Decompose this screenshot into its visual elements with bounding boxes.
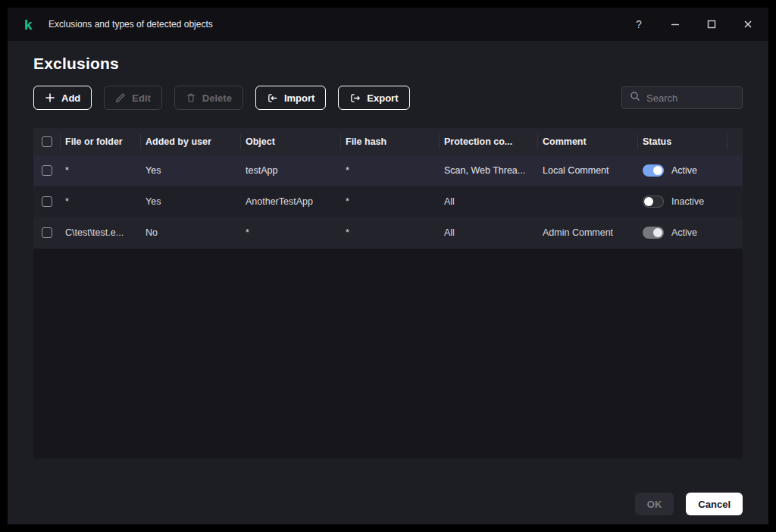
col-file-hash[interactable]: File hash <box>341 134 440 149</box>
cancel-button[interactable]: Cancel <box>686 493 743 515</box>
kaspersky-logo-icon: k <box>24 17 38 32</box>
status-label: Active <box>671 165 697 176</box>
cell-file-hash: * <box>341 165 440 176</box>
col-object[interactable]: Object <box>241 134 341 149</box>
cell-object: testApp <box>241 165 341 176</box>
cell-file-or-folder: * <box>61 165 141 176</box>
search-input[interactable] <box>646 92 734 104</box>
row-checkbox[interactable] <box>42 227 52 238</box>
exclusions-table: File or folder Added by user Object File… <box>33 128 743 458</box>
maximize-icon[interactable] <box>702 14 721 34</box>
col-protection[interactable]: Protection co... <box>440 134 538 149</box>
cell-protection: All <box>440 227 538 238</box>
table-row[interactable]: * Yes testApp * Scan, Web Threa... Local… <box>33 155 743 186</box>
minimize-icon[interactable] <box>665 14 685 34</box>
cell-protection: All <box>440 196 538 207</box>
cell-status: Active <box>638 164 728 177</box>
ok-button[interactable]: OK <box>635 493 674 515</box>
trash-icon <box>186 92 196 103</box>
delete-button[interactable]: Delete <box>174 86 243 110</box>
status-label: Active <box>671 227 697 238</box>
cell-file-hash: * <box>341 196 440 207</box>
dialog-footer: OK Cancel <box>33 493 743 515</box>
cell-comment: Admin Comment <box>538 227 638 238</box>
export-button[interactable]: Export <box>338 86 409 110</box>
titlebar: k Exclusions and types of detected objec… <box>8 8 768 41</box>
toolbar: Add Edit Delete Import <box>33 86 743 110</box>
import-button-label: Import <box>284 92 314 104</box>
status-toggle[interactable] <box>643 196 664 208</box>
table-row[interactable]: * Yes AnotherTestApp * All Inactive <box>33 186 743 217</box>
status-toggle[interactable] <box>643 227 664 239</box>
cell-file-hash: * <box>341 227 440 238</box>
cell-status: Inactive <box>638 196 728 208</box>
col-file-or-folder[interactable]: File or folder <box>61 134 141 149</box>
row-checkbox[interactable] <box>42 196 52 207</box>
col-added-by-user[interactable]: Added by user <box>141 134 241 149</box>
status-toggle[interactable] <box>643 164 664 177</box>
window-title: Exclusions and types of detected objects <box>48 19 213 30</box>
add-button-label: Add <box>61 92 80 104</box>
cell-protection: Scan, Web Threa... <box>440 165 538 176</box>
close-icon[interactable] <box>738 14 758 34</box>
plus-icon <box>45 92 55 103</box>
page-title: Exclusions <box>33 55 743 73</box>
cell-comment: Local Comment <box>538 165 638 176</box>
table-body: * Yes testApp * Scan, Web Threa... Local… <box>33 155 743 249</box>
cell-file-or-folder: C\test\test.e... <box>61 227 141 238</box>
cell-added-by-user: No <box>141 227 241 238</box>
pencil-icon <box>115 92 126 103</box>
search-icon <box>630 91 640 105</box>
col-comment[interactable]: Comment <box>538 134 638 149</box>
edit-button[interactable]: Edit <box>104 86 162 110</box>
col-filler <box>728 134 743 149</box>
status-label: Inactive <box>671 196 704 207</box>
help-icon[interactable]: ? <box>629 14 649 34</box>
row-checkbox[interactable] <box>42 165 52 176</box>
col-status[interactable]: Status <box>638 134 728 149</box>
import-button[interactable]: Import <box>255 86 326 110</box>
search-box <box>621 86 743 109</box>
select-all-cell <box>33 134 61 149</box>
exclusions-dialog: k Exclusions and types of detected objec… <box>8 8 768 524</box>
add-button[interactable]: Add <box>33 86 92 110</box>
cell-status: Active <box>638 227 728 239</box>
export-icon <box>349 92 361 104</box>
cell-file-or-folder: * <box>61 196 141 207</box>
table-header: File or folder Added by user Object File… <box>33 128 743 155</box>
cell-added-by-user: Yes <box>141 196 241 207</box>
delete-button-label: Delete <box>202 92 232 104</box>
import-icon <box>267 92 278 104</box>
window-controls: ? <box>629 14 758 34</box>
cell-object: * <box>241 227 341 238</box>
export-button-label: Export <box>367 92 398 104</box>
table-row[interactable]: C\test\test.e... No * * All Admin Commen… <box>33 217 743 249</box>
cell-object: AnotherTestApp <box>241 196 341 207</box>
cell-added-by-user: Yes <box>141 165 241 176</box>
edit-button-label: Edit <box>132 92 151 104</box>
select-all-checkbox[interactable] <box>42 136 52 147</box>
